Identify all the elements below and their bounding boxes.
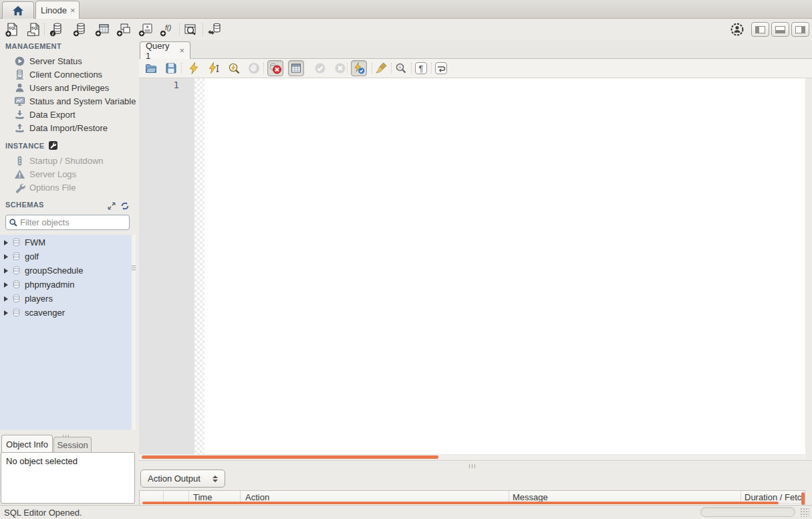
execute-current-icon [207,62,221,75]
expander-icon[interactable] [4,254,8,260]
toolbar-separator [202,23,203,35]
expand-schemas-button[interactable] [107,201,116,213]
toggle-sidebar-button[interactable] [751,22,769,37]
refresh-schemas-button[interactable] [120,201,130,213]
data-import-icon [14,122,25,134]
toggle-invisible-characters-button[interactable]: ¶ [414,62,428,75]
sidebar-item-startup-shutdown[interactable]: Startup / Shutdown [0,154,136,167]
editor-hscrollbar-thumb[interactable] [142,455,438,459]
search-table-data-button[interactable] [182,21,198,37]
query-tab-close-icon[interactable]: × [179,46,184,55]
stop-on-error-icon [269,62,282,75]
column-header-time: Time [193,492,212,502]
data-export-icon [14,109,25,120]
expander-icon[interactable] [4,310,8,316]
toggle-output-area-button[interactable] [771,22,789,37]
toggle-limit-rows-button[interactable] [288,60,304,76]
sidebar-item-options-file[interactable]: Options File [0,181,136,194]
window-resize-grip[interactable] [800,508,809,517]
search-table-data-icon [182,21,198,37]
tab-session[interactable]: Session [53,437,92,453]
new-query-tab-button[interactable]: SQL [4,21,20,37]
expander-icon[interactable] [4,240,8,245]
create-procedure-button[interactable] [138,21,154,37]
toggle-stop-on-error-button[interactable] [267,60,283,76]
schema-db-icon [11,266,21,276]
schema-name: FWM [25,237,45,247]
explain-plan-button[interactable] [227,62,241,75]
schema-item-players[interactable]: players [0,292,132,306]
create-view-icon [116,21,132,37]
create-view-button[interactable] [116,21,132,37]
create-table-button[interactable] [94,21,110,37]
output-hscrollbar-thumb[interactable] [142,502,779,504]
toggle-word-wrap-button[interactable] [434,62,448,75]
schema-name: scavenger [25,308,65,318]
stop-execution-button[interactable] [247,62,261,75]
toolbar-separator [411,63,412,74]
sidebar-item-users-privileges[interactable]: Users and Privileges [0,81,136,94]
open-script-button[interactable] [144,62,158,75]
schema-name: phpmyadmin [25,280,74,290]
sql-editor-text-area[interactable] [205,78,805,454]
schema-item-phpmyadmin[interactable]: phpmyadmin [0,278,132,292]
expander-icon[interactable] [4,268,8,274]
refresh-icon [120,201,130,211]
sidebar-item-status-system-variables[interactable]: Status and System Variables [0,94,136,108]
toggle-secondary-sidebar-button[interactable] [791,22,809,37]
schema-item-groupschedule[interactable]: groupSchedule [0,264,132,278]
reconnect-dbms-icon [206,21,222,37]
schema-item-golf[interactable]: golf [0,249,132,264]
connection-tab-close-icon[interactable]: × [70,6,76,15]
execute-statement-button[interactable] [187,62,200,75]
status-message: SQL Editor Opened. [4,508,82,518]
execute-current-statement-button[interactable] [207,62,221,75]
code-fold-margin [194,78,205,454]
rollback-button[interactable] [333,62,347,75]
sidebar-item-label: Data Export [29,110,76,120]
tab-object-info[interactable]: Object Info [1,435,53,453]
sidebar-item-label: Users and Privileges [29,83,109,93]
preferences-button[interactable] [729,21,745,37]
create-function-icon: f() [159,21,175,37]
sidebar-item-server-logs[interactable]: Server Logs [0,167,136,181]
schema-item-scavenger[interactable]: scavenger [0,306,132,320]
stop-hand-icon [247,62,261,75]
search-icon [9,218,18,227]
create-schema-button[interactable] [72,21,88,37]
find-button[interactable]: A [394,62,408,75]
sidebar-splitter-grip[interactable] [132,264,136,272]
schema-db-icon [11,294,21,304]
output-view-selector[interactable]: Action Output [140,470,225,488]
system-variables-icon [14,96,25,107]
reconnect-dbms-button[interactable] [206,21,222,37]
schema-inspector-button[interactable]: i [49,21,65,37]
toggle-autocommit-button[interactable] [351,60,367,76]
output-vscrollbar-thumb[interactable] [801,492,805,505]
expander-icon[interactable] [4,296,8,302]
beautify-sql-button[interactable] [374,62,388,75]
instance-wrench-badge-icon [49,141,57,150]
schema-tree: FWM golf groupSchedule [0,235,132,430]
expander-icon[interactable] [4,282,8,288]
home-tab[interactable] [2,1,34,19]
create-function-button[interactable]: f() [159,21,175,37]
filter-objects-input[interactable] [20,217,126,227]
output-splitter-grip[interactable] [468,460,476,470]
commit-button[interactable] [313,62,327,75]
tab-query-1[interactable]: Query 1 × [140,41,190,59]
output-selector-label: Action Output [148,474,200,484]
save-script-button[interactable] [164,62,178,75]
schema-item-fwm[interactable]: FWM [0,235,132,249]
open-sql-script-button[interactable]: SQL [26,21,42,37]
management-section-title: MANAGEMENT [5,42,61,50]
expand-arrows-icon [107,201,116,211]
connection-tab-linode[interactable]: Linode × [35,1,80,19]
sidebar-item-server-status[interactable]: Server Status [0,54,136,68]
sidebar-item-data-export[interactable]: Data Export [0,108,136,121]
create-procedure-icon [138,21,154,37]
sidebar-item-data-import-restore[interactable]: Data Import/Restore [0,121,136,134]
limit-rows-grid-icon [289,62,303,75]
sidebar-item-client-connections[interactable]: Client Connections [0,68,136,81]
toolbar-separator [347,63,348,74]
